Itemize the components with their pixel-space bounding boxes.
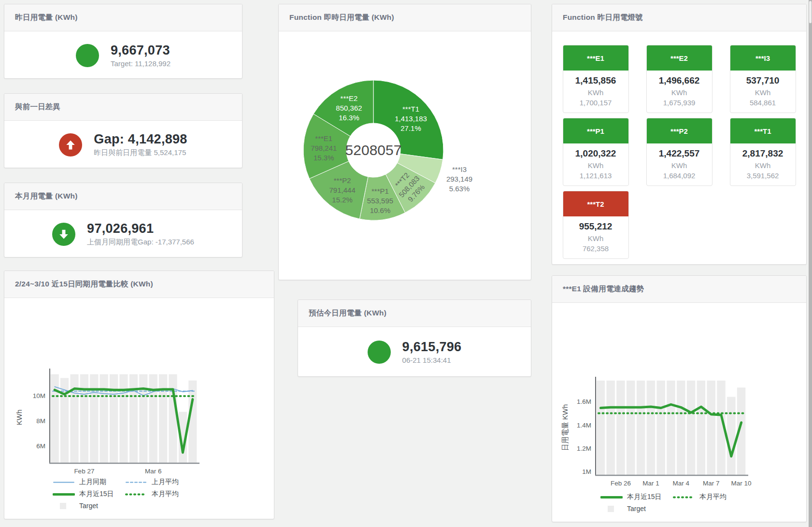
tile-status-header: ***E1 [563, 45, 628, 71]
scrollbar-thumb[interactable] [809, 1, 812, 23]
page-scrollbar[interactable] [809, 0, 812, 527]
target-bar [677, 381, 685, 475]
x-tick-label: Feb 26 [611, 480, 631, 487]
middle-column: Function 即時日用電量 (KWh) ***T11,413,18327.1… [278, 4, 531, 377]
y-tick-label: 8M [36, 417, 45, 425]
tile-value: 955,212 [563, 220, 628, 233]
legend-item-dotted_green[interactable]: 本月平均 [673, 493, 745, 501]
panel-title-month[interactable]: 本月用電量 (KWh) [4, 183, 242, 210]
tile-target: 1,684,092 [647, 171, 712, 181]
light-tile-I3: ***I3537,710KWh584,861 [730, 45, 796, 113]
stat-subtext: 昨日與前日用電量 5,524,175 [94, 148, 187, 157]
legend-label: Target [79, 502, 98, 510]
y-tick-label: 6M [36, 442, 45, 450]
tile-target: 1,675,939 [647, 98, 712, 108]
tile-body: 537,710KWh584,861 [730, 71, 796, 113]
y-axis-label: KWh [15, 410, 23, 426]
panel-today-estimate: 預估今日用電量 (KWh) 9,615,796 06-21 15:34:41 [298, 299, 531, 377]
singlestat-yesterday: 9,667,073 Target: 11,128,992 [4, 31, 242, 79]
stat-value: 9,615,796 [402, 340, 462, 355]
donut-slice-label: ***I3293,1495.63% [446, 165, 472, 193]
target-bar [667, 381, 675, 475]
x-tick-label: Mar 7 [703, 480, 720, 487]
panel-title-lights[interactable]: Function 昨日用電燈號 [552, 4, 806, 31]
x-tick-label: Mar 4 [673, 480, 690, 487]
tile-unit: KWh [647, 87, 712, 98]
light-tile-P2: ***P21,422,557KWh1,684,092 [646, 118, 712, 186]
tile-status-header: ***P1 [563, 118, 628, 143]
singlestat-estimate: 9,615,796 06-21 15:34:41 [298, 327, 531, 377]
target-bar [159, 374, 167, 463]
target-bar [637, 381, 645, 475]
green-down-arrow-icon [52, 223, 75, 246]
target-bar [119, 374, 128, 463]
target-bar [80, 374, 88, 463]
panel-title-gap[interactable]: 與前一日差異 [4, 94, 242, 121]
tile-unit: KWh [563, 87, 628, 98]
panel-title-realtime[interactable]: Function 即時日用電量 (KWh) [279, 4, 531, 31]
y-tick-label: 1.6M [577, 398, 591, 405]
tile-value: 1,415,856 [563, 74, 628, 87]
tile-target: 584,861 [730, 98, 796, 108]
y-axis-label: 日用電量 KWh [561, 404, 569, 451]
tile-value: 1,020,322 [563, 147, 628, 160]
light-tile-P1: ***P11,020,322KWh1,121,613 [563, 118, 629, 186]
tile-value: 537,710 [730, 74, 796, 87]
legend-swatch-icon [53, 479, 75, 486]
panel-title-estimate[interactable]: 預估今日用電量 (KWh) [298, 300, 531, 327]
legend-item-solid_blue[interactable]: 上月同期 [53, 478, 125, 486]
e1-trend-chart-canvas: 1M1.2M1.4M1.6M日用電量 KWhFeb 26Mar 1Mar 4Ma… [552, 303, 806, 489]
target-bar [90, 374, 98, 463]
lights-grid: ***E11,415,856KWh1,700,157***E21,496,662… [552, 31, 806, 259]
light-tile-E2: ***E21,496,662KWh1,675,939 [646, 45, 712, 113]
compare-chart-legend: 上月同期上月平均本月近15日本月平均Target [53, 478, 212, 513]
stat-value: Gap: 4,142,898 [94, 132, 187, 147]
legend-item-target_box[interactable]: Target [600, 505, 673, 513]
y-tick-label: 1.4M [577, 422, 591, 429]
panel-yesterday-lights: Function 昨日用電燈號 ***E11,415,856KWh1,700,1… [552, 4, 807, 265]
legend-item-target_box[interactable]: Target [53, 502, 125, 510]
panel-title-compare[interactable]: 2/24~3/10 近15日同期用電量比較 (KWh) [4, 271, 274, 298]
legend-swatch-icon [53, 491, 75, 498]
donut-chart-canvas: ***T11,413,18327.1%***I3293,1495.63%***T… [284, 58, 526, 242]
panel-title-yesterday[interactable]: 昨日用電量 (KWh) [4, 4, 242, 31]
stat-subtext: 上個月同期用電Gap: -17,377,566 [87, 238, 194, 247]
panel-e1-trend: ***E1 設備用電達成趨勢 1M1.2M1.4M1.6M日用電量 KWhFeb… [552, 275, 807, 522]
legend-label: 本月近15日 [79, 490, 114, 499]
target-bar [647, 381, 655, 475]
tile-status-header: ***I3 [730, 45, 796, 71]
light-tile-E1: ***E11,415,856KWh1,700,157 [563, 45, 629, 113]
light-tile-T2: ***T2955,212KWh762,358 [563, 191, 629, 259]
legend-item-dotted_green[interactable]: 本月平均 [125, 490, 198, 499]
tile-value: 2,817,832 [730, 147, 796, 160]
target-bar [656, 381, 665, 475]
legend-item-thick_green[interactable]: 本月近15日 [600, 493, 673, 501]
legend-item-dashed_blue[interactable]: 上月平均 [125, 478, 198, 486]
panel-title-e1-trend[interactable]: ***E1 設備用電達成趨勢 [552, 276, 806, 303]
x-tick-label: Mar 10 [731, 480, 752, 487]
y-tick-label: 10M [33, 392, 45, 399]
panel-month-usage: 本月用電量 (KWh) 97,026,961 上個月同期用電Gap: -17,3… [4, 183, 242, 257]
tile-body: 1,422,557KWh1,684,092 [647, 143, 712, 185]
left-column: 昨日用電量 (KWh) 9,667,073 Target: 11,128,992… [4, 4, 274, 519]
stat-subtext: 06-21 15:34:41 [402, 356, 462, 364]
tile-body: 1,496,662KWh1,675,939 [647, 71, 712, 113]
tile-body: 1,020,322KWh1,121,613 [563, 143, 628, 185]
tile-body: 2,817,832KWh3,591,562 [730, 143, 796, 185]
legend-swatch-icon [600, 494, 623, 501]
tile-status-header: ***E2 [647, 45, 712, 71]
target-bar [606, 381, 614, 475]
green-circle-icon [368, 341, 391, 364]
tile-body: 1,415,856KWh1,700,157 [563, 71, 628, 113]
x-tick-label: Mar 6 [145, 468, 162, 474]
panel-gap-previous-day: 與前一日差異 Gap: 4,142,898 昨日與前日用電量 5,524,175 [4, 93, 242, 168]
legend-swatch-icon [53, 502, 75, 510]
tile-unit: KWh [647, 160, 712, 171]
tile-target: 1,121,613 [563, 171, 628, 181]
tile-status-header: ***P2 [647, 118, 712, 143]
target-bar [188, 381, 197, 463]
singlestat-month: 97,026,961 上個月同期用電Gap: -17,377,566 [4, 210, 242, 258]
legend-item-thick_green[interactable]: 本月近15日 [53, 490, 125, 499]
target-bar [149, 374, 157, 463]
stat-value: 9,667,073 [111, 43, 171, 58]
